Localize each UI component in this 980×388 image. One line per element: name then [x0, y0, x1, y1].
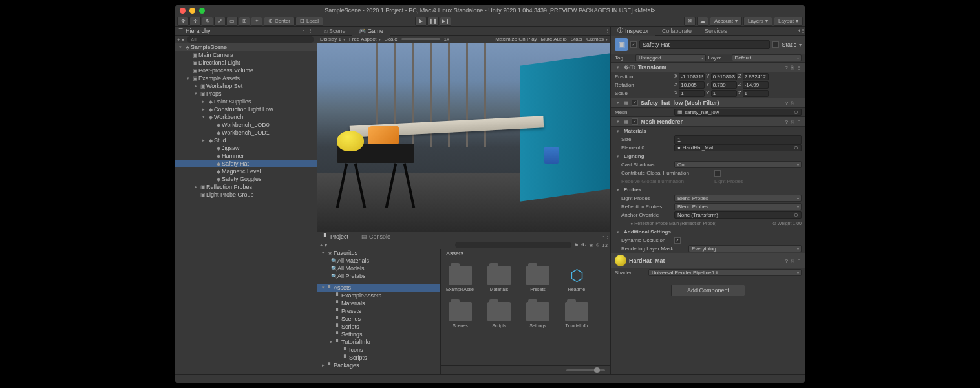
- scl-z[interactable]: [743, 90, 769, 97]
- hierarchy-item[interactable]: ▾⬘SampleScene: [175, 43, 317, 51]
- meshrenderer-header[interactable]: ▾▦ ✓ Mesh Renderer ?⎘⋮: [611, 116, 805, 127]
- tag-dropdown[interactable]: Untagged: [635, 54, 706, 61]
- anchor-override-field[interactable]: None (Transform): [674, 211, 802, 219]
- pos-y[interactable]: [711, 73, 737, 80]
- hand-tool[interactable]: ✥: [177, 17, 189, 26]
- reflection-probes-dropdown[interactable]: Blend Probes: [674, 203, 802, 210]
- hierarchy-item[interactable]: ▣Post-process Volume: [175, 67, 317, 74]
- hierarchy-item[interactable]: ▾◆Workbench: [175, 113, 317, 121]
- pos-z[interactable]: [743, 73, 769, 80]
- hierarchy-item[interactable]: ▾▣Example Assets: [175, 74, 317, 82]
- game-tab[interactable]: 🎮Game: [352, 27, 390, 36]
- cloud-icon[interactable]: ☁: [697, 17, 708, 26]
- menu-icon[interactable]: ⋮: [796, 65, 802, 70]
- rot-x[interactable]: [679, 81, 705, 89]
- hierarchy-item[interactable]: ◆Workbench_LOD0: [175, 121, 317, 129]
- cgi-checkbox[interactable]: [714, 170, 721, 177]
- pos-x[interactable]: [679, 73, 705, 80]
- materials-size[interactable]: [674, 135, 802, 144]
- star-icon[interactable]: ★: [589, 242, 593, 248]
- name-field[interactable]: [639, 40, 770, 49]
- custom-tool[interactable]: ✦: [251, 17, 262, 26]
- thumbnail-slider[interactable]: [566, 369, 605, 371]
- mesh-field[interactable]: ▦safety_hat_low: [674, 109, 802, 116]
- pivot-toggle[interactable]: ⊕Center: [264, 17, 295, 26]
- project-tree-item[interactable]: ▾▘Assets: [317, 284, 440, 292]
- move-tool[interactable]: ✢: [189, 17, 201, 26]
- filter-icon[interactable]: ⚑: [574, 242, 579, 248]
- project-tree-item[interactable]: ▘Settings: [317, 330, 440, 338]
- account-dropdown[interactable]: Account ▾: [710, 17, 742, 26]
- scale-slider[interactable]: [401, 38, 440, 40]
- hierarchy-item[interactable]: ▸◆Construction Light Low: [175, 105, 317, 113]
- hierarchy-item[interactable]: ▣Main Camera: [175, 51, 317, 59]
- rendering-layer-dropdown[interactable]: Everything: [688, 245, 802, 252]
- asset-item[interactable]: TutorialInfo: [562, 302, 591, 328]
- menu-icon[interactable]: ⋮: [308, 28, 313, 34]
- game-viewport[interactable]: [317, 43, 610, 232]
- favorite-item[interactable]: 🔍All Prefabs: [317, 272, 440, 280]
- static-checkbox[interactable]: [772, 41, 779, 48]
- favorite-item[interactable]: 🔍All Materials: [317, 257, 440, 264]
- services-tab[interactable]: Services: [698, 27, 734, 36]
- menu-icon[interactable]: ⋮: [800, 28, 805, 34]
- asset-item[interactable]: Settings: [524, 302, 552, 328]
- create-dropdown[interactable]: + ▾: [177, 37, 184, 43]
- transform-tool[interactable]: ⊞: [239, 17, 250, 26]
- asset-item[interactable]: ExampleAssets: [446, 266, 474, 292]
- play-button[interactable]: ▶: [415, 17, 427, 26]
- aspect-dropdown[interactable]: Free Aspect: [349, 36, 381, 42]
- gameobject-icon[interactable]: ▣: [615, 38, 628, 51]
- project-tree-item[interactable]: ▘Scenes: [317, 315, 440, 323]
- hierarchy-item[interactable]: ◆Safety Hat: [175, 160, 317, 167]
- console-tab[interactable]: ▤Console: [355, 232, 397, 241]
- close-icon[interactable]: [180, 8, 186, 14]
- rot-z[interactable]: [743, 81, 769, 89]
- pause-button[interactable]: ❚❚: [427, 17, 439, 26]
- project-tree-item[interactable]: ▘Presets: [317, 307, 440, 315]
- enabled-checkbox[interactable]: ✓: [632, 118, 638, 125]
- cast-shadows-dropdown[interactable]: On: [674, 161, 802, 168]
- stats-toggle[interactable]: Stats: [571, 36, 582, 42]
- layout-dropdown[interactable]: Layout ▾: [774, 17, 803, 26]
- hierarchy-item[interactable]: ▸▣Reflection Probes: [175, 183, 317, 191]
- layer-dropdown[interactable]: Default: [732, 54, 802, 61]
- project-tree-item[interactable]: ▾▘TutorialInfo: [317, 338, 440, 346]
- asset-item[interactable]: Presets: [524, 266, 552, 292]
- collab-icon[interactable]: ❋: [684, 17, 696, 26]
- maximize-toggle[interactable]: Maximize On Play: [495, 36, 537, 42]
- scene-tab[interactable]: ⏍Scene: [317, 27, 352, 36]
- eye-icon[interactable]: 👁: [581, 242, 586, 248]
- preset-icon[interactable]: ⎘: [791, 65, 794, 70]
- project-tree-item[interactable]: ▘Scripts: [317, 323, 440, 330]
- create-dropdown[interactable]: + ▾: [320, 242, 327, 248]
- active-checkbox[interactable]: ✓: [630, 41, 637, 48]
- asset-item[interactable]: ⬡Readme: [562, 266, 591, 292]
- light-probes-dropdown[interactable]: Blend Probes: [674, 195, 802, 202]
- hierarchy-item[interactable]: ◆Workbench_LOD1: [175, 129, 317, 136]
- hidden-icon[interactable]: ⦸: [596, 242, 599, 248]
- hierarchy-item[interactable]: ▾▣Props: [175, 90, 317, 98]
- hierarchy-item[interactable]: ◆Magnetic Level: [175, 167, 317, 175]
- add-component-button[interactable]: Add Component: [671, 285, 745, 296]
- transform-header[interactable]: ▾�ↀ Transform ?⎘⋮: [611, 62, 805, 72]
- rot-y[interactable]: [711, 81, 737, 89]
- enabled-checkbox[interactable]: ✓: [632, 100, 638, 106]
- asset-item[interactable]: Scripts: [485, 302, 513, 328]
- asset-item[interactable]: Materials: [485, 266, 513, 292]
- shader-dropdown[interactable]: Universal Render Pipeline/Lit: [648, 269, 802, 276]
- favorites-header[interactable]: ▾★Favorites: [317, 249, 440, 257]
- layers-dropdown[interactable]: Layers ▾: [743, 17, 772, 26]
- menu-icon[interactable]: ⋮: [605, 233, 610, 239]
- project-tree-item[interactable]: ▘ExampleAssets: [317, 292, 440, 299]
- hierarchy-item[interactable]: ▸▣Workshop Set: [175, 82, 317, 90]
- asset-item[interactable]: Scenes: [446, 302, 474, 328]
- menu-icon[interactable]: ⋮: [605, 28, 610, 34]
- step-button[interactable]: ▶❙: [440, 17, 451, 26]
- hierarchy-tab[interactable]: ☰ Hierarchy ⫞ ⋮: [175, 27, 317, 36]
- popout-icon[interactable]: ⫞: [303, 28, 305, 34]
- rotate-tool[interactable]: ↻: [202, 17, 213, 26]
- project-tree-item[interactable]: ▘Icons: [317, 346, 440, 354]
- project-tree-item[interactable]: ▘Scripts: [317, 354, 440, 361]
- breadcrumb[interactable]: Assets: [441, 249, 610, 258]
